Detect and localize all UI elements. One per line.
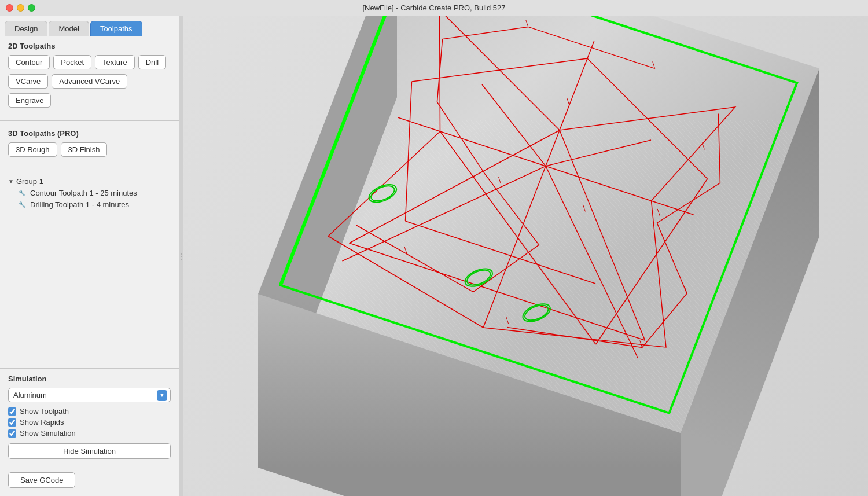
toolpath-icon-1: 🔧 (17, 188, 27, 197)
simulation-section: Simulation Aluminum Wood MDF Brass Steel… (0, 368, 179, 465)
checkbox-row-simulation: Show Simulation (8, 429, 171, 438)
label-3d-toolpaths: 3D Toolpaths (PRO) (8, 129, 171, 138)
btn-drill[interactable]: Drill (138, 55, 166, 69)
window-title: [NewFile] - Carbide Create PRO, Build 52… (362, 3, 505, 12)
checkbox-show-toolpath[interactable] (8, 407, 16, 416)
maximize-button[interactable] (28, 4, 35, 12)
checkbox-row-toolpath: Show Toolpath (8, 407, 171, 416)
btn-pocket[interactable]: Pocket (53, 55, 91, 69)
viewport[interactable] (183, 16, 868, 496)
btn-advanced-vcarve[interactable]: Advanced VCarve (52, 74, 127, 89)
section-3d-toolpaths: 3D Toolpaths (PRO) 3D Rough 3D Finish (0, 123, 179, 167)
save-gcode-button[interactable]: Save GCode (8, 472, 75, 488)
toolpath-buttons-row1: Contour Pocket Texture Drill (8, 55, 171, 69)
3d-canvas[interactable] (183, 16, 868, 496)
label-show-toolpath: Show Toolpath (20, 407, 69, 416)
tab-toolpaths[interactable]: Toolpaths (90, 21, 142, 36)
toolpath-buttons-row3: Engrave (8, 93, 171, 108)
save-section: Save GCode (0, 465, 179, 496)
label-show-simulation: Show Simulation (20, 429, 76, 438)
material-select[interactable]: Aluminum Wood MDF Brass Steel (8, 388, 171, 402)
hide-simulation-button[interactable]: Hide Simulation (8, 443, 171, 459)
tab-model[interactable]: Model (49, 21, 89, 36)
tab-bar: Design Model Toolpaths (0, 16, 179, 36)
group-name: Group 1 (16, 177, 43, 186)
btn-3d-rough[interactable]: 3D Rough (8, 142, 57, 157)
toolpath-icon-2: 🔧 (17, 200, 27, 209)
left-panel: Design Model Toolpaths 2D Toolpaths Cont… (0, 16, 179, 496)
material-select-wrapper: Aluminum Wood MDF Brass Steel ▼ (8, 388, 171, 402)
section-2d-toolpaths: 2D Toolpaths Contour Pocket Texture Dril… (0, 36, 179, 118)
toolpath-label-1: Contour Toolpath 1 - 25 minutes (30, 189, 137, 197)
close-button[interactable] (6, 4, 13, 12)
toolpath-label-2: Drilling Toolpath 1 - 4 minutes (30, 200, 129, 209)
btn-3d-finish[interactable]: 3D Finish (61, 142, 108, 157)
btn-vcarve[interactable]: VCarve (8, 74, 48, 89)
checkbox-row-rapids: Show Rapids (8, 418, 171, 427)
group-header[interactable]: ▼ Group 1 (8, 176, 171, 187)
btn-texture[interactable]: Texture (95, 55, 135, 69)
btn-engrave[interactable]: Engrave (8, 93, 51, 108)
divider-2 (0, 170, 179, 170)
toolpath-buttons-row2: VCarve Advanced VCarve (8, 74, 171, 89)
toolpath-list: ▼ Group 1 🔧 Contour Toolpath 1 - 25 minu… (0, 172, 179, 368)
toolpath-item-2[interactable]: 🔧 Drilling Toolpath 1 - 4 minutes (8, 199, 171, 210)
checkbox-show-rapids[interactable] (8, 418, 16, 427)
toolpath-item-1[interactable]: 🔧 Contour Toolpath 1 - 25 minutes (8, 187, 171, 199)
simulation-label: Simulation (8, 374, 171, 383)
titlebar: [NewFile] - Carbide Create PRO, Build 52… (0, 0, 868, 16)
label-2d-toolpaths: 2D Toolpaths (8, 42, 171, 50)
tab-design[interactable]: Design (5, 21, 47, 36)
divider-1 (0, 120, 179, 121)
main-content: Design Model Toolpaths 2D Toolpaths Cont… (0, 16, 868, 496)
traffic-lights (6, 4, 35, 12)
label-show-rapids: Show Rapids (20, 418, 64, 427)
group-arrow-icon: ▼ (8, 178, 14, 185)
checkbox-show-simulation[interactable] (8, 429, 16, 438)
toolpath-3d-buttons: 3D Rough 3D Finish (8, 142, 171, 157)
minimize-button[interactable] (17, 4, 24, 12)
btn-contour[interactable]: Contour (8, 55, 50, 69)
